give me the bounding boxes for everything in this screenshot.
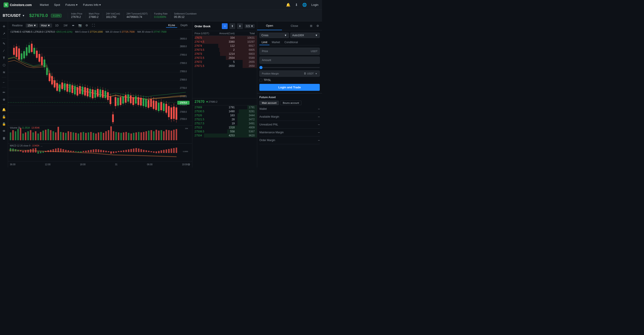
svg-rect-245 [60, 148, 62, 152]
ob-sell-row[interactable]: 27674 112 6917 [192, 44, 257, 48]
conditional-tab[interactable]: Conditional [282, 40, 300, 45]
asset-rows: Wallet -- Available Margin -- Unrealized… [260, 107, 320, 146]
depth-btn[interactable]: Depth [178, 23, 190, 28]
svg-rect-202 [126, 132, 127, 140]
buy-price: 27508.5 [194, 130, 215, 133]
camera-icon[interactable]: 📷 [77, 23, 83, 28]
bonus-account-tab[interactable]: Bouns account [280, 101, 302, 105]
15m-arrow: ▼ [34, 24, 36, 27]
svg-rect-175 [58, 127, 59, 140]
logo[interactable]: S Coinstore.com [4, 2, 32, 8]
macd-section: MACD 12 26 close 9 -3.9434 ... 0.0000 [8, 143, 192, 161]
svg-rect-95 [104, 91, 106, 98]
ob-buy-row[interactable]: 27530.5 1490 3281 [192, 109, 257, 114]
nav-futures[interactable]: Futures ▾ [66, 3, 78, 6]
amount-slider[interactable] [260, 67, 320, 68]
leverage-select[interactable]: Auto100X ▼ [290, 33, 320, 38]
download-icon[interactable]: ⬇ [295, 3, 298, 7]
settings-icon[interactable]: ⚙ [84, 23, 90, 28]
ob-buy-row[interactable]: 27526 163 3444 [192, 114, 257, 118]
svg-rect-75 [79, 86, 81, 94]
hour-dropdown[interactable]: Hour ▼ [39, 24, 52, 28]
svg-rect-255 [85, 151, 87, 152]
tab-open[interactable]: Open [257, 22, 282, 30]
nav-market[interactable]: Market [40, 3, 49, 6]
kline-btn[interactable]: KLine [166, 23, 177, 28]
asset-row-label: Wallet [260, 107, 267, 110]
lock-tool[interactable]: 🔒 [1, 121, 7, 127]
login-link[interactable]: Login [311, 3, 318, 6]
svg-rect-91 [100, 90, 101, 97]
eye-tool[interactable]: 👁 [1, 128, 7, 134]
15m-dropdown[interactable]: 15m ▼ [26, 24, 38, 28]
shape-tool[interactable]: ⬡ [1, 62, 7, 68]
ob-sell-row[interactable]: 27672 5 2655 [192, 60, 257, 64]
asset-row: Maintenance Margin -- [260, 131, 320, 134]
ob-buy-row[interactable]: 27504 4253 9620 [192, 134, 257, 138]
svg-rect-280 [148, 151, 150, 152]
ob-sell-row[interactable]: 27671.5 2650 2650 [192, 64, 257, 68]
ob-buy-row[interactable]: 27513 1318 4809 [192, 126, 257, 130]
ob-sell-row[interactable]: 27673 1214 6803 [192, 52, 257, 56]
market-tab[interactable]: Market [270, 40, 282, 45]
login-trade-button[interactable]: Login and Trade [260, 84, 320, 91]
limit-tab[interactable]: Limit [260, 40, 270, 45]
tpsl-checkbox[interactable] [260, 79, 262, 82]
zoom-tool[interactable]: ⊕ [1, 96, 7, 103]
svg-text:27600.0: 27600.0 [180, 110, 187, 113]
nav-spot[interactable]: Spot [54, 3, 60, 6]
nav-futures-info[interactable]: Futures Info ▾ [83, 3, 101, 6]
indicator-tool[interactable]: ≋ [1, 69, 7, 75]
sell-price: 27674 [194, 44, 215, 48]
ob-depth-dropdown[interactable]: 0.5 ▼ [245, 24, 255, 28]
sell-price: 27673.5 [194, 48, 215, 52]
amount-input[interactable] [260, 56, 320, 64]
1d-btn[interactable]: 1D [54, 24, 60, 28]
ob-buy-icon[interactable]: ⬇ [237, 23, 243, 29]
asset-divider [260, 144, 320, 144]
tab-close[interactable]: Close [282, 22, 307, 30]
brush-tool[interactable]: ⁄ [1, 48, 7, 54]
position-margin-label: Position Margin [262, 72, 279, 75]
chart-line-icon[interactable]: ⬌ [71, 23, 76, 28]
alert-tool[interactable]: 🔔 [1, 106, 7, 113]
1w-btn[interactable]: 1W [62, 24, 69, 28]
macd-label: MACD 12 26 close 9 -3.9434 ... [10, 144, 42, 147]
settings-icon-rp[interactable]: ⚙ [315, 23, 321, 29]
x-label-5: 10:00 [182, 163, 188, 166]
pen-tool[interactable]: ✎ [1, 40, 7, 47]
magnet-tool[interactable]: ✏ [1, 89, 7, 96]
globe-icon[interactable]: 🌐 [302, 3, 307, 7]
lock-open-tool[interactable]: 🔓 [1, 114, 7, 120]
ob-sell-row[interactable]: 27672.5 2934 5589 [192, 56, 257, 60]
ticker-pair[interactable]: BTC/USDT ▼ [3, 14, 25, 18]
margin-mode-select[interactable]: Cross ▼ [260, 33, 289, 38]
main-account-tab[interactable]: Main account [260, 101, 279, 105]
ob-buy-row[interactable]: 27517.5 19 3491 [192, 122, 257, 126]
arrow-tool[interactable]: ↗ [1, 30, 7, 37]
table-icon[interactable]: ⊞ [308, 23, 314, 29]
chart-settings-btn[interactable]: ⚙ [188, 163, 190, 166]
position-margin-dropdown[interactable]: ▼ [315, 72, 317, 75]
ob-sell-row[interactable]: 27674.5 3380 10297 [192, 40, 257, 44]
svg-rect-185 [83, 132, 84, 140]
realtime-btn[interactable]: Realtime [10, 24, 24, 28]
ob-all-icon[interactable]: ≡ [222, 23, 228, 29]
ob-sell-row[interactable]: 27673.5 2 6805 [192, 48, 257, 52]
text-tool[interactable]: T [1, 55, 7, 61]
chart-canvas[interactable]: 28050.0 28000.0 27950.0 27900.0 27850.0 … [8, 34, 192, 126]
bell-icon[interactable]: 🔔 [286, 3, 290, 7]
back-tool[interactable]: ← [1, 79, 7, 86]
ob-buy-row[interactable]: 27508.5 558 5367 [192, 130, 257, 134]
expand-icon[interactable]: ⛶ [91, 23, 96, 28]
price-input-row: USDT [260, 48, 320, 55]
crosshair-tool[interactable]: ✛ [1, 23, 7, 30]
stat-turnover-label: 24H Turnover(USDT) [126, 12, 148, 15]
account-tabs: Main account Bouns account [260, 101, 320, 105]
ob-buy-row[interactable]: 27669 1791 1791 [192, 105, 257, 109]
ob-sell-row[interactable]: 27675 334 10631 [192, 36, 257, 40]
ob-buy-row[interactable]: 27521.5 28 3472 [192, 118, 257, 122]
ob-sell-icon[interactable]: ⬆ [230, 23, 235, 29]
volume-label: Volume 20 11.351K 13.954K [10, 126, 40, 129]
trash-tool[interactable]: 🗑 [1, 135, 7, 141]
